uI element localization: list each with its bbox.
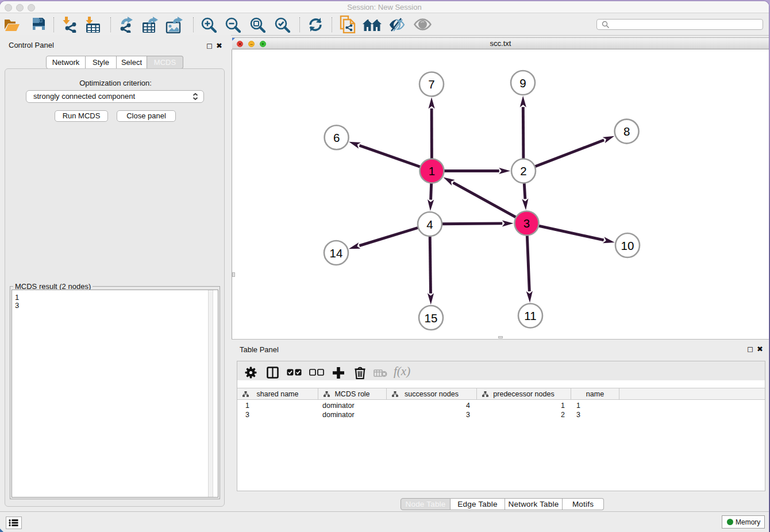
svg-text:14: 14 [330, 246, 343, 260]
svg-text:7: 7 [428, 78, 434, 91]
svg-text:9: 9 [519, 76, 526, 90]
svg-text:4: 4 [426, 218, 433, 231]
svg-text:10: 10 [621, 239, 634, 252]
svg-text:3: 3 [523, 217, 530, 230]
svg-text:15: 15 [425, 311, 438, 325]
svg-text:11: 11 [524, 309, 536, 322]
svg-text:1: 1 [429, 164, 435, 178]
svg-text:8: 8 [623, 125, 630, 138]
svg-text:2: 2 [520, 164, 526, 178]
svg-text:6: 6 [333, 131, 340, 144]
